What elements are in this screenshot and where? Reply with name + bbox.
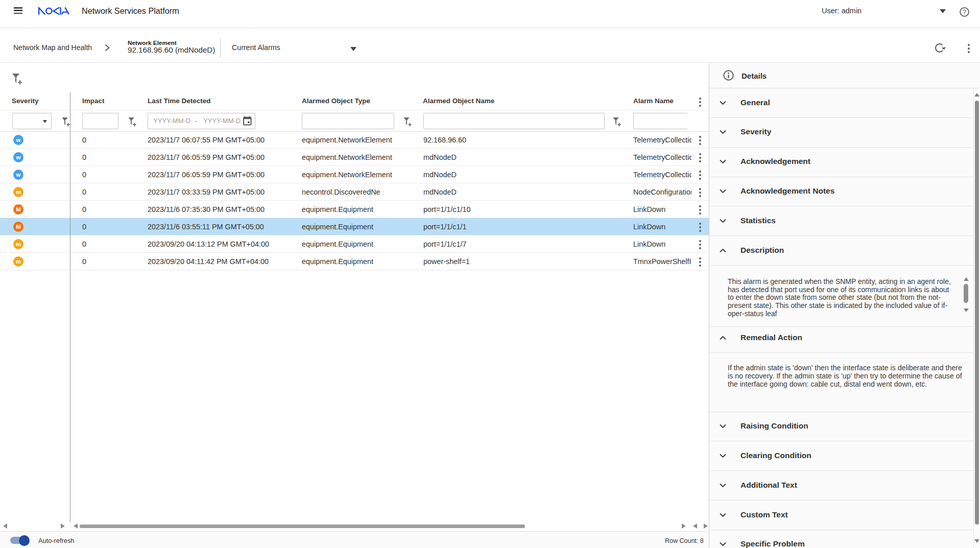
svg-text:?: ? — [963, 9, 966, 16]
